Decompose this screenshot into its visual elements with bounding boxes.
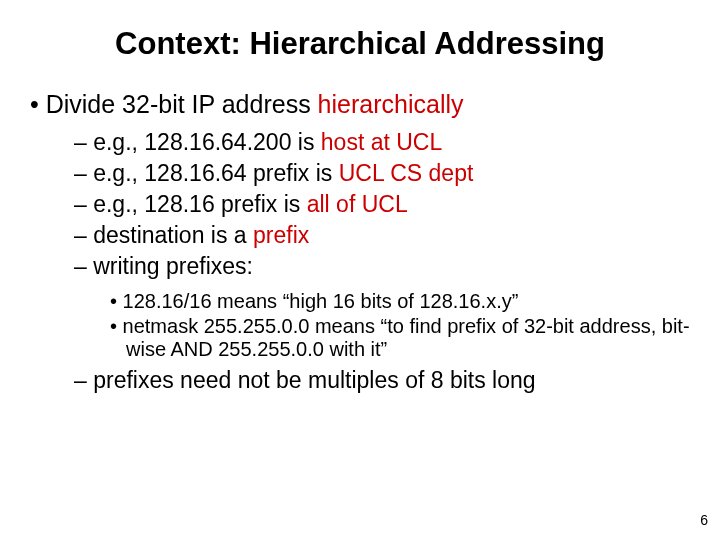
- b2-hl: all of UCL: [307, 191, 408, 217]
- b2-hl: prefix: [253, 222, 309, 248]
- bullet1-text: Divide 32-bit IP address: [46, 90, 318, 118]
- bullet-level2: destination is a prefix: [74, 222, 690, 249]
- bullet-level1: Divide 32-bit IP address hierarchically: [30, 90, 690, 119]
- bullet-level2: e.g., 128.16.64.200 is host at UCL: [74, 129, 690, 156]
- bullet-level2: e.g., 128.16 prefix is all of UCL: [74, 191, 690, 218]
- b2-pre: e.g., 128.16.64 prefix is: [93, 160, 339, 186]
- b2-pre: destination is a: [93, 222, 253, 248]
- slide-title: Context: Hierarchical Addressing: [30, 26, 690, 62]
- slide: Context: Hierarchical Addressing Divide …: [0, 0, 720, 540]
- bullet-level2: prefixes need not be multiples of 8 bits…: [74, 367, 690, 394]
- b2-pre: e.g., 128.16 prefix is: [93, 191, 307, 217]
- bullet1-highlight: hierarchically: [318, 90, 464, 118]
- b2-last: prefixes need not be multiples of 8 bits…: [93, 367, 535, 393]
- b2-hl: UCL CS dept: [339, 160, 474, 186]
- b2-pre: writing prefixes:: [93, 253, 253, 279]
- bullet-level2: writing prefixes:: [74, 253, 690, 280]
- bullet-level2: e.g., 128.16.64 prefix is UCL CS dept: [74, 160, 690, 187]
- b2-pre: e.g., 128.16.64.200 is: [93, 129, 321, 155]
- bullet-level3: netmask 255.255.0.0 means “to find prefi…: [110, 315, 690, 361]
- b2-hl: host at UCL: [321, 129, 442, 155]
- page-number: 6: [700, 512, 708, 528]
- bullet-level3: 128.16/16 means “high 16 bits of 128.16.…: [110, 290, 690, 313]
